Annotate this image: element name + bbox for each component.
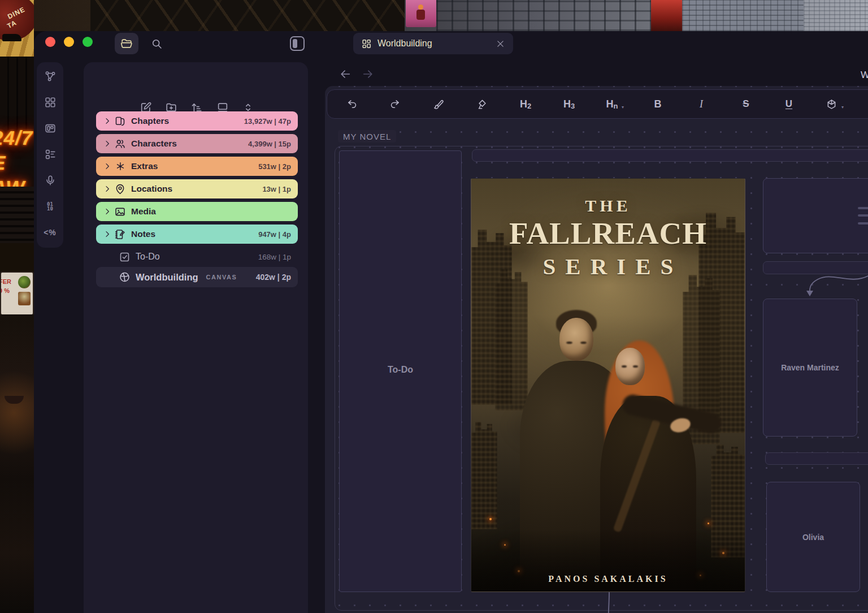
underline-button[interactable]: U <box>779 90 798 118</box>
background-tower-light <box>804 0 868 31</box>
background-city-left: DINE TA 24/7 E AW FER 0 % <box>0 0 34 613</box>
tab-label: Worldbuilding <box>377 38 496 49</box>
brush-icon[interactable] <box>428 90 448 118</box>
close-window-button[interactable] <box>45 37 55 47</box>
character-card-raven[interactable]: Raven Martinez <box>763 299 857 437</box>
users-icon <box>114 138 126 150</box>
chevron-right-icon[interactable] <box>103 206 113 217</box>
sidebar-item-locations[interactable]: Locations 13w | 1p <box>96 179 298 198</box>
back-icon[interactable] <box>339 68 351 80</box>
background-tower <box>682 0 804 31</box>
word-count: 402w | 2p <box>256 273 291 282</box>
sidebar-item-label: Characters <box>131 139 248 149</box>
sidebar-item-media[interactable]: Media <box>96 202 298 221</box>
sidebar-item-label: Chapters <box>131 116 244 126</box>
format-toolbar: H2 H3 Hn▾ B I S U ▾ <box>327 89 868 119</box>
folder-icon <box>120 37 133 50</box>
sidebar-item-label: Locations <box>131 184 262 194</box>
word-count: 4,399w | 15p <box>248 140 291 148</box>
cover-author: PANOS SAKALAKIS <box>471 574 745 584</box>
chevron-right-icon[interactable] <box>103 139 113 149</box>
forward-icon[interactable] <box>362 68 374 80</box>
cover-woman-face <box>615 348 645 385</box>
worldbuilding-canvas[interactable]: H2 H3 Hn▾ B I S U ▾ MY NOVEL <box>325 86 868 613</box>
background-city-top <box>0 0 868 31</box>
mic-icon[interactable] <box>44 174 57 187</box>
character-card-olivia[interactable]: Olivia <box>766 482 860 592</box>
binary-icon[interactable]: 0110 <box>44 200 57 213</box>
close-icon[interactable] <box>496 39 505 49</box>
bold-button[interactable]: B <box>648 90 667 118</box>
chevron-right-icon[interactable] <box>103 161 113 171</box>
sidebar-item-label: Worldbuilding <box>136 272 198 283</box>
zoom-window-button[interactable] <box>83 37 93 47</box>
chevron-right-icon[interactable] <box>103 229 113 239</box>
asterisk-icon <box>114 161 126 172</box>
ruined-building <box>495 269 528 411</box>
background-building <box>436 0 653 31</box>
grid-icon <box>361 38 372 49</box>
heading-n-button[interactable]: Hn▾ <box>602 90 622 118</box>
mindmap-icon[interactable] <box>44 70 57 83</box>
canvas-note-box[interactable] <box>763 178 868 253</box>
sidebar-toggle-icon <box>290 36 305 51</box>
italic-button[interactable]: I <box>692 90 711 118</box>
sidebar-item-worldbuilding[interactable]: Worldbuilding CANVAS 402w | 2p <box>96 267 298 287</box>
eraser-icon[interactable] <box>472 90 492 118</box>
sidebar-item-characters[interactable]: Characters 4,399w | 15p <box>96 134 298 153</box>
character-card-label: Raven Martinez <box>763 363 857 372</box>
canvas-collapsed-element[interactable] <box>765 452 868 465</box>
dashboard-icon[interactable] <box>44 96 57 109</box>
background-street <box>0 314 34 613</box>
background-menu-poster: FER 0 % <box>1 273 33 314</box>
heading2-button[interactable]: H2 <box>516 90 535 118</box>
redo-icon[interactable] <box>385 90 404 118</box>
character-card-label: Olivia <box>767 533 860 542</box>
code-percent-icon[interactable]: <% <box>44 226 57 239</box>
todo-card-label: To-Do <box>340 365 461 375</box>
toggle-sidebar-button[interactable] <box>285 33 309 54</box>
image-icon <box>114 206 126 218</box>
sign-text: DINE <box>6 6 27 21</box>
background-shutter <box>0 187 34 243</box>
search-button[interactable] <box>145 33 168 54</box>
tab-worldbuilding[interactable]: Worldbuilding <box>353 33 513 54</box>
book-cover[interactable]: THE FALLREACH SERIES PANOS SAKALAKIS <box>471 178 745 592</box>
canvas-collapsed-element[interactable] <box>763 261 868 274</box>
word-count: 168w | 1p <box>258 253 291 261</box>
chevron-right-icon[interactable] <box>103 116 113 126</box>
sidebar-item-label: Extras <box>131 161 258 171</box>
cover-title: THE FALLREACH SERIES <box>471 196 745 282</box>
chevron-right-icon[interactable] <box>103 184 113 194</box>
view-rail: 0110 <% <box>37 62 63 248</box>
book-icon <box>114 115 126 127</box>
app-window: Worldbuilding 0110 <% <box>34 31 868 613</box>
grid-list-icon[interactable] <box>44 148 57 161</box>
heading3-button[interactable]: H3 <box>559 90 579 118</box>
library-folder-button[interactable] <box>115 33 138 54</box>
search-icon <box>151 38 163 50</box>
sidebar-item-notes[interactable]: Notes 947w | 4p <box>96 225 298 244</box>
minimize-window-button[interactable] <box>64 37 74 47</box>
kanban-icon[interactable] <box>44 122 57 135</box>
word-count: 13w | 1p <box>262 185 291 193</box>
sidebar: 20,387w | 68p Chapters 13,927w | 47p Cha… <box>84 62 308 613</box>
sidebar-item-chapters[interactable]: Chapters 13,927w | 47p <box>96 111 298 131</box>
sidebar-item-label: Media <box>131 206 291 217</box>
shapes-button[interactable]: ▾ <box>822 90 841 118</box>
sign-text: TA <box>6 19 18 30</box>
word-count: 947w | 4p <box>258 230 291 239</box>
sidebar-item-extras[interactable]: Extras 531w | 2p <box>96 157 298 176</box>
canvas-badge: CANVAS <box>206 274 256 280</box>
background-red-banner <box>651 0 682 31</box>
sidebar-item-todo[interactable]: To-Do 168w | 1p <box>96 248 298 266</box>
strikethrough-button[interactable]: S <box>736 90 756 118</box>
group-label[interactable]: MY NOVEL <box>338 130 396 143</box>
background-lamp <box>2 34 21 41</box>
canvas-collapsed-element[interactable] <box>472 149 868 162</box>
undo-icon[interactable] <box>342 90 362 118</box>
ruined-building <box>471 422 497 529</box>
background-wall-dark <box>0 243 34 271</box>
sidebar-item-label: To-Do <box>136 252 258 262</box>
todo-card[interactable]: To-Do <box>339 150 462 592</box>
